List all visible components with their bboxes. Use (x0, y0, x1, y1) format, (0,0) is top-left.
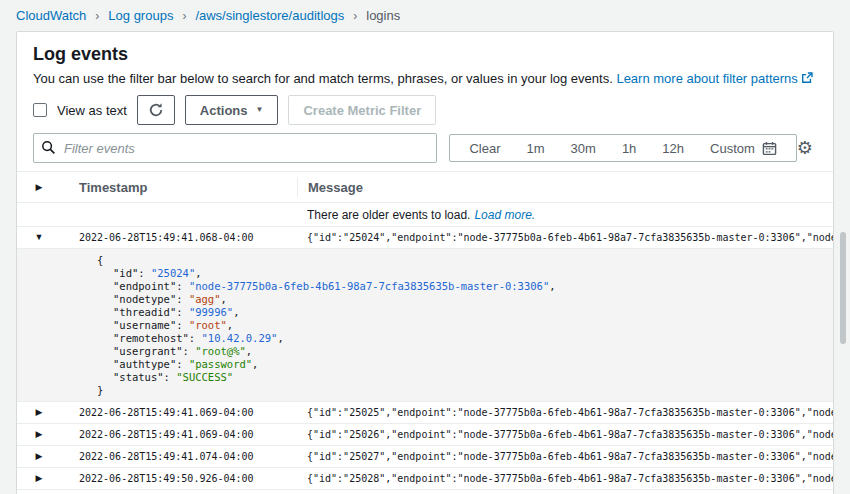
chevron-right-icon: › (95, 8, 99, 24)
timestamp-column-header[interactable]: Timestamp (61, 180, 297, 195)
json-key: username (113, 319, 189, 331)
load-more-row: There are older events to load. Load mor… (17, 203, 833, 227)
create-metric-filter-button[interactable]: Create Metric Filter (288, 95, 436, 125)
json-value: SUCCESS (176, 371, 233, 383)
toolbar: View as text Actions ▼ Create Metric Fil… (33, 95, 817, 125)
custom-range-button[interactable]: Custom (697, 141, 790, 156)
json-key: id (113, 267, 151, 279)
table-row[interactable]: ▶ 2022-06-28T15:49:41.069-04:00 {"id":"2… (17, 402, 833, 424)
json-value: node-37775b0a-6feb-4b61-98a7-7cfa3835635… (189, 280, 549, 292)
older-events-text: There are older events to load. (297, 208, 470, 222)
page-title: Log events (33, 44, 817, 64)
json-key: status (113, 371, 176, 383)
row-message: {"id":"25028","endpoint":"node-37775b0a-… (297, 473, 833, 484)
table-row-expanded[interactable]: ▼ 2022-06-28T15:49:41.068-04:00 {"id":"2… (17, 227, 833, 249)
json-value: password (189, 358, 252, 370)
message-column-header[interactable]: Message (298, 180, 833, 195)
row-timestamp: 2022-06-28T15:49:50.926-04:00 (61, 473, 297, 484)
expand-row-icon[interactable]: ▶ (36, 408, 43, 417)
table-row[interactable]: ▶ 2022-06-28T15:49:50.954-04:00 {"id":"2… (17, 490, 833, 494)
search-icon (41, 140, 56, 155)
breadcrumb-link-log-groups[interactable]: Log groups (108, 8, 173, 24)
json-key: nodetype (113, 293, 189, 305)
row-message: {"id":"25025","endpoint":"node-37775b0a-… (297, 407, 833, 418)
filter-events-input[interactable] (33, 133, 437, 163)
json-value: 10.42.0.29 (202, 332, 278, 344)
table-row[interactable]: ▶ 2022-06-28T15:49:41.074-04:00 {"id":"2… (17, 446, 833, 468)
breadcrumb-link-log-group[interactable]: /aws/singlestore/auditlogs (195, 8, 344, 24)
log-events-panel: Log events You can use the filter bar be… (16, 31, 834, 494)
json-value: 25024 (151, 267, 195, 279)
json-field-usergrant: usergrantroot@% (97, 345, 817, 358)
json-key: threadid (113, 306, 189, 318)
breadcrumb: CloudWatch › Log groups › /aws/singlesto… (0, 0, 850, 31)
row-timestamp: 2022-06-28T15:49:41.074-04:00 (61, 451, 297, 462)
json-key: usergrant (113, 345, 195, 357)
refresh-button[interactable] (137, 95, 175, 125)
json-field-endpoint: endpointnode-37775b0a-6feb-4b61-98a7-7cf… (97, 280, 817, 293)
json-value: root@% (195, 345, 246, 357)
refresh-icon (148, 102, 164, 118)
json-field-status: statusSUCCESS (97, 371, 817, 384)
expand-row-icon[interactable]: ▶ (36, 452, 43, 461)
row-timestamp: 2022-06-28T15:49:41.069-04:00 (61, 429, 297, 440)
learn-more-link[interactable]: Learn more about filter patterns (616, 71, 797, 86)
json-field-remotehost: remotehost10.42.0.29 (97, 332, 817, 345)
json-field-nodetype: nodetypeagg (97, 293, 817, 306)
filter-bar: Clear 1m 30m 1h 12h Custom ⚙ (33, 133, 817, 163)
row-message: {"id":"25027","endpoint":"node-37775b0a-… (297, 451, 833, 462)
chevron-right-icon: › (353, 8, 357, 24)
gear-icon[interactable]: ⚙ (797, 139, 817, 157)
breadcrumb-current: logins (366, 8, 400, 24)
range-30m-button[interactable]: 30m (558, 141, 609, 156)
page-description: You can use the filter bar below to sear… (33, 71, 613, 86)
row-message: {"id":"25026","endpoint":"node-37775b0a-… (297, 429, 833, 440)
json-field-id: id25024 (97, 267, 817, 280)
custom-range-label: Custom (710, 141, 755, 156)
json-value: agg (189, 293, 221, 305)
json-key: endpoint (113, 280, 189, 292)
actions-label: Actions (200, 103, 248, 118)
collapse-row-icon[interactable]: ▼ (35, 233, 44, 242)
expand-row-icon[interactable]: ▶ (36, 474, 43, 483)
row-timestamp: 2022-06-28T15:49:41.069-04:00 (61, 407, 297, 418)
range-1m-button[interactable]: 1m (514, 141, 558, 156)
vertical-scrollbar[interactable] (840, 232, 846, 344)
table-row[interactable]: ▶ 2022-06-28T15:49:41.069-04:00 {"id":"2… (17, 424, 833, 446)
range-12h-button[interactable]: 12h (649, 141, 697, 156)
json-field-threadid: threadid99996 (97, 306, 817, 319)
expand-row-icon[interactable]: ▶ (36, 430, 43, 439)
clear-button[interactable]: Clear (456, 141, 513, 156)
json-value: 99996 (189, 306, 233, 318)
log-events-table: ▶ Timestamp Message There are older even… (17, 171, 833, 494)
expanded-log-detail: { id25024 endpointnode-37775b0a-6feb-4b6… (17, 249, 833, 402)
row-message: {"id":"25024","endpoint":"node-37775b0a-… (297, 232, 833, 243)
actions-button[interactable]: Actions ▼ (185, 95, 279, 125)
row-timestamp: 2022-06-28T15:49:41.068-04:00 (61, 232, 297, 243)
json-open-brace: { (97, 254, 817, 267)
json-close-brace: } (97, 384, 817, 397)
breadcrumb-link-cloudwatch[interactable]: CloudWatch (16, 8, 86, 24)
view-as-text-label: View as text (57, 103, 127, 118)
load-more-link[interactable]: Load more. (474, 208, 535, 222)
json-key: authtype (113, 358, 189, 370)
json-field-username: usernameroot (97, 319, 817, 332)
json-value: root (189, 319, 227, 331)
expand-all-icon[interactable]: ▶ (36, 183, 43, 192)
json-key: remotehost (113, 332, 202, 344)
caret-down-icon: ▼ (256, 106, 264, 114)
table-row[interactable]: ▶ 2022-06-28T15:49:50.926-04:00 {"id":"2… (17, 468, 833, 490)
calendar-icon (762, 141, 777, 156)
time-range-group: Clear 1m 30m 1h 12h Custom (449, 134, 796, 162)
search-box (33, 133, 437, 163)
external-link-icon (801, 72, 813, 84)
range-1h-button[interactable]: 1h (609, 141, 649, 156)
table-header: ▶ Timestamp Message (17, 171, 833, 203)
json-field-authtype: authtypepassword (97, 358, 817, 371)
view-as-text-checkbox[interactable] (33, 103, 47, 117)
chevron-right-icon: › (182, 8, 186, 24)
